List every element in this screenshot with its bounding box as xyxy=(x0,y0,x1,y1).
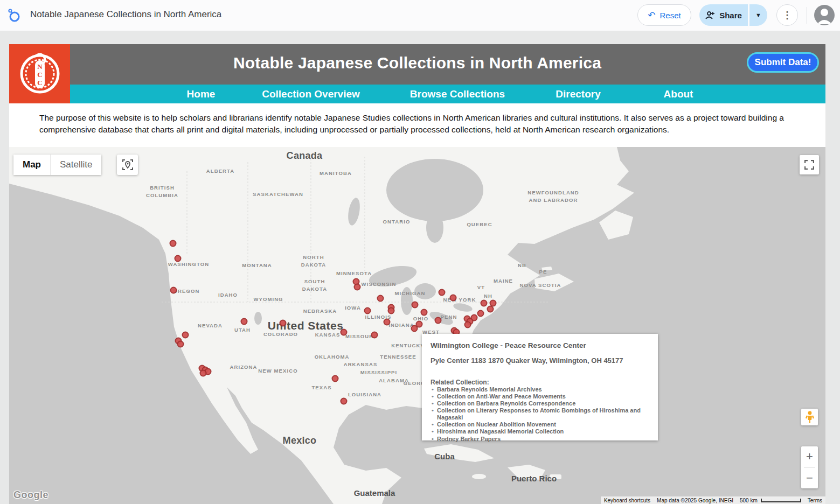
intro-section: The purpose of this website is to help s… xyxy=(9,103,825,147)
related-collection-item: Barbara Reynolds Memorial Archives xyxy=(431,386,649,393)
person-add-icon xyxy=(705,11,715,19)
info-address: Pyle Center 1183 1870 Quaker Way, Wilmin… xyxy=(431,356,649,365)
map-marker[interactable] xyxy=(481,300,488,307)
map-marker[interactable] xyxy=(421,309,428,316)
map-marker[interactable] xyxy=(388,307,395,314)
map-marker[interactable] xyxy=(411,325,418,332)
related-collection-item: Collection on Nuclear Abolition Movement xyxy=(431,421,649,428)
nav-item-home[interactable]: Home xyxy=(187,88,216,100)
map-data-attribution: Map data ©2025 Google, INEGI xyxy=(654,496,737,504)
svg-text:C: C xyxy=(37,71,42,79)
keyboard-shortcuts-link[interactable]: Keyboard shortcuts xyxy=(601,496,654,504)
site-header: Notable Japanese Collections in North Am… xyxy=(9,44,825,85)
marker-locate-button[interactable] xyxy=(117,155,138,175)
document-title: Notable Japanese Collections in North Am… xyxy=(30,9,221,20)
svg-text:C: C xyxy=(37,79,42,87)
map-marker[interactable] xyxy=(464,321,471,328)
browser-app-bar: Notable Japanese Collections in North Am… xyxy=(0,0,840,31)
fullscreen-icon xyxy=(804,160,814,170)
map-marker[interactable] xyxy=(200,370,207,377)
related-collection-list: Barbara Reynolds Memorial ArchivesCollec… xyxy=(431,386,649,443)
share-button[interactable]: Share xyxy=(699,4,748,26)
map-marker[interactable] xyxy=(170,287,177,294)
map-marker[interactable] xyxy=(439,289,446,296)
topbar-divider xyxy=(807,7,807,24)
map-marker[interactable] xyxy=(487,306,494,313)
pegman-button[interactable] xyxy=(801,409,818,425)
map-marker[interactable] xyxy=(450,295,457,302)
map-marker[interactable] xyxy=(177,341,184,348)
reset-button[interactable]: ↶ Reset xyxy=(637,4,691,26)
map-canvas[interactable]: CanadaUnited StatesMexicoCubaPuerto Rico… xyxy=(9,147,825,504)
scale-control: 500 km xyxy=(737,496,804,504)
info-title: Wilmington College - Peace Resource Cent… xyxy=(431,341,649,349)
share-label: Share xyxy=(719,11,742,20)
map-marker[interactable] xyxy=(435,317,442,324)
map-marker[interactable] xyxy=(170,240,177,247)
more-options-button[interactable]: ⋮ xyxy=(776,4,798,26)
map-marker[interactable] xyxy=(341,398,348,405)
svg-text:N: N xyxy=(37,62,43,71)
map-marker[interactable] xyxy=(377,295,384,302)
map-marker[interactable] xyxy=(354,284,361,291)
map-type-control: Map Satellite xyxy=(13,155,101,175)
map-marker[interactable] xyxy=(384,319,391,326)
map-marker[interactable] xyxy=(412,302,419,309)
undo-icon: ↶ xyxy=(648,11,655,20)
map-marker[interactable] xyxy=(341,329,348,336)
scale-label: 500 km xyxy=(740,498,758,503)
pin-brackets-icon xyxy=(122,159,134,171)
attribution-bar: Keyboard shortcuts Map data ©2025 Google… xyxy=(601,496,825,504)
zoom-out-button[interactable]: − xyxy=(801,468,818,489)
related-collection-item: Collection on Barbara Reynolds Correspon… xyxy=(431,400,649,407)
nav-item-directory[interactable]: Directory xyxy=(556,88,600,100)
map-marker[interactable] xyxy=(280,320,287,327)
nav-item-browse-collections[interactable]: Browse Collections xyxy=(410,88,505,100)
google-logo: Google xyxy=(13,489,48,501)
ncc-logo: N C C xyxy=(9,44,70,103)
related-collection-item: Collection on Anti-War and Peace Movemen… xyxy=(431,393,649,400)
nav-bar: HomeCollection OverviewBrowse Collection… xyxy=(9,85,825,103)
map-marker[interactable] xyxy=(175,255,182,262)
pegman-icon xyxy=(806,411,814,424)
scale-bar xyxy=(761,499,801,502)
map-marker[interactable] xyxy=(371,332,378,339)
zoom-control: + − xyxy=(801,446,818,488)
related-collection-heading: Related Collection: xyxy=(431,379,649,386)
nav-item-collection-overview[interactable]: Collection Overview xyxy=(262,88,360,100)
embedded-site: Notable Japanese Collections in North Am… xyxy=(9,44,825,504)
map-type-satellite[interactable]: Satellite xyxy=(50,155,101,175)
info-window: Wilmington College - Peace Resource Cent… xyxy=(422,334,658,440)
nav-item-about[interactable]: About xyxy=(664,88,693,100)
map-marker[interactable] xyxy=(241,318,248,325)
account-avatar[interactable] xyxy=(814,5,835,25)
reset-label: Reset xyxy=(660,11,681,20)
fullscreen-button[interactable] xyxy=(800,155,819,174)
page-title: Notable Japanese Collections in North Am… xyxy=(9,54,825,72)
my-maps-icon xyxy=(8,9,20,23)
related-collection-item: Rodney Barker Papers xyxy=(431,436,649,443)
map-marker[interactable] xyxy=(182,332,189,339)
related-collection-item: Collection on Literary Responses to Atom… xyxy=(431,407,649,421)
submit-data-button[interactable]: Submit Data! xyxy=(747,52,819,73)
map-marker[interactable] xyxy=(364,307,371,314)
share-dropdown-button[interactable]: ▼ xyxy=(748,4,767,26)
terms-link[interactable]: Terms xyxy=(804,496,825,504)
map-type-map[interactable]: Map xyxy=(13,155,50,175)
map-marker[interactable] xyxy=(332,375,339,382)
map-marker[interactable] xyxy=(477,310,484,317)
intro-text: The purpose of this website is to help s… xyxy=(39,112,794,136)
related-collection-item: Hiroshima and Nagasaki Memorial Collecti… xyxy=(431,428,649,435)
zoom-in-button[interactable]: + xyxy=(801,446,818,467)
